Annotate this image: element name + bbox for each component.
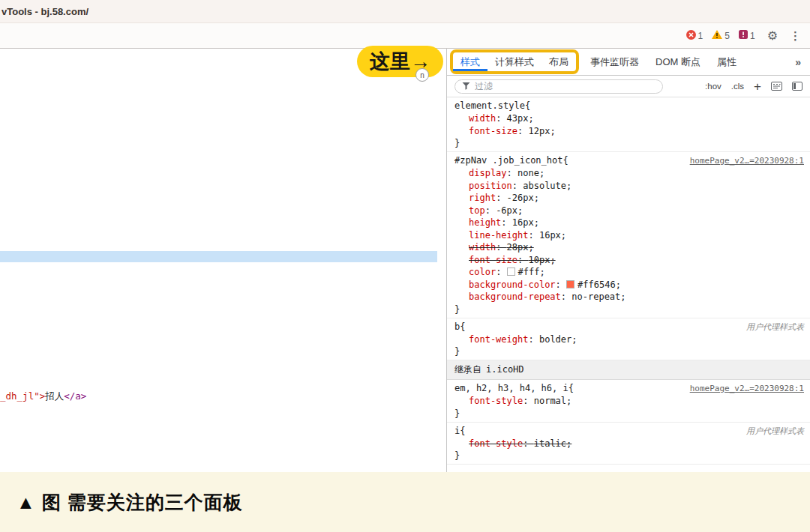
tab-layout[interactable]: 布局	[542, 52, 576, 71]
styles-rules-list: element.style {width: 43px;font-size: 12…	[447, 97, 810, 472]
property-value: 28px	[507, 242, 529, 253]
css-property[interactable]: color: #fff;	[454, 266, 804, 279]
computed-panel-toggle-icon[interactable]	[792, 82, 802, 91]
property-value: 10px	[528, 255, 550, 265]
semicolon: ;	[616, 279, 621, 290]
error-icon	[686, 30, 696, 42]
colon: :	[512, 181, 523, 191]
issues-badge[interactable]: 1	[739, 30, 755, 41]
colon: :	[501, 217, 512, 228]
semicolon: ;	[550, 255, 555, 265]
semicolon: ;	[572, 334, 577, 345]
property-name: font-style	[469, 438, 523, 449]
property-name: background-color	[469, 279, 556, 290]
semicolon: ;	[534, 193, 539, 203]
html-source-fragment: _dh_jl">招人</a>	[0, 390, 86, 403]
css-property[interactable]: background-repeat: no-repeat;	[454, 291, 804, 303]
selection-highlight-band	[0, 251, 437, 262]
css-property[interactable]: font-weight: bolder;	[454, 333, 804, 346]
property-name: font-size	[469, 126, 518, 136]
tab-dom-breakpoints[interactable]: DOM 断点	[647, 49, 709, 75]
property-name: top	[469, 205, 485, 216]
toggle-element-state-button[interactable]: :hov	[705, 82, 722, 91]
colon: :	[523, 438, 533, 449]
css-property[interactable]: font-style: italic;	[454, 438, 804, 450]
css-property[interactable]: font-size: 12px;	[454, 125, 804, 138]
property-value: bolder	[539, 334, 572, 345]
color-swatch[interactable]	[566, 280, 574, 288]
funnel-filter-icon	[462, 79, 470, 93]
tab-computed[interactable]: 计算样式	[488, 52, 542, 71]
rule-selector[interactable]: i	[454, 425, 460, 438]
css-property[interactable]: line-height: 16px;	[454, 229, 804, 242]
colon: :	[485, 205, 496, 216]
css-property[interactable]: width: 28px;	[454, 241, 804, 254]
css-property[interactable]: font-size: 10px;	[454, 254, 804, 267]
warnings-badge[interactable]: 5	[712, 30, 730, 41]
colon: :	[496, 242, 506, 253]
console-badges: 1 5 1	[686, 30, 755, 42]
semicolon: ;	[528, 242, 533, 253]
property-name: background-repeat	[469, 291, 561, 302]
semicolon: ;	[539, 267, 544, 277]
stylesheet-link[interactable]: homePage_v2…=20230928:1	[684, 382, 804, 395]
more-tabs-icon[interactable]: »	[795, 56, 801, 68]
inherited-from-header: 继承自i.icoHD	[447, 360, 810, 380]
property-name: font-weight	[469, 334, 528, 345]
colon: :	[528, 334, 538, 345]
grid-editor-icon[interactable]	[771, 82, 782, 91]
semicolon: ;	[550, 126, 555, 136]
element-classes-button[interactable]: .cls	[731, 82, 744, 91]
property-name: width	[469, 113, 496, 124]
semicolon: ;	[534, 217, 539, 228]
property-value: italic	[534, 438, 566, 449]
settings-gear-icon[interactable]: ⚙	[767, 30, 778, 42]
devtools-main: _dh_jl">招人</a> 样式 计算样式 布局 事件监听器 DOM 断点 属…	[0, 49, 810, 472]
rule-selector[interactable]: b	[454, 321, 460, 333]
more-options-icon[interactable]: ⋮	[790, 30, 801, 41]
colon: :	[556, 279, 566, 290]
errors-badge[interactable]: 1	[686, 30, 704, 42]
rule-header: #zpNav .job_icon_hot {homePage_v2…=20230…	[454, 154, 804, 167]
color-swatch[interactable]	[507, 267, 515, 276]
css-property[interactable]: right: -26px;	[454, 192, 804, 205]
tab-styles[interactable]: 样式	[453, 52, 488, 71]
tab-event-listeners[interactable]: 事件监听器	[582, 49, 647, 75]
issues-count: 1	[750, 31, 755, 41]
semicolon: ;	[528, 113, 533, 124]
css-property[interactable]: display: none;	[454, 167, 804, 180]
css-property[interactable]: font-style: normal;	[454, 395, 804, 408]
property-value: normal	[534, 396, 566, 406]
css-property[interactable]: height: 16px;	[454, 217, 804, 229]
property-name: font-style	[469, 396, 523, 406]
property-value: 12px	[528, 126, 550, 136]
property-value: no-repeat	[572, 291, 620, 302]
rule-selector[interactable]: element.style	[454, 100, 525, 112]
css-property[interactable]: background-color: #ff6546;	[454, 279, 804, 291]
semicolon: ;	[539, 168, 544, 178]
closing-tag-text: </a>	[64, 390, 86, 402]
inherited-selector-link[interactable]: i.icoHD	[486, 364, 524, 375]
filter-input[interactable]: 过滤	[454, 79, 663, 94]
filter-controls: :hov .cls +	[705, 80, 802, 93]
semicolon: ;	[566, 181, 572, 191]
semicolon: ;	[566, 438, 572, 449]
property-name: height	[469, 217, 501, 228]
window-titlebar: vTools - bj.58.com/	[0, 0, 810, 23]
tab-properties[interactable]: 属性	[709, 49, 745, 75]
filter-placeholder: 过滤	[475, 80, 493, 93]
property-name: color	[469, 267, 496, 277]
new-style-rule-button[interactable]: +	[754, 80, 761, 93]
attr-value-text: _dh_jl">	[0, 390, 45, 402]
open-brace: {	[563, 154, 568, 167]
css-property[interactable]: position: absolute;	[454, 180, 804, 193]
property-name: line-height	[469, 230, 528, 241]
css-property[interactable]: top: -6px;	[454, 205, 804, 217]
close-brace: }	[454, 345, 804, 357]
close-brace: }	[454, 450, 804, 462]
rule-selector[interactable]: em, h2, h3, h4, h6, i	[454, 382, 568, 395]
stylesheet-link[interactable]: homePage_v2…=20230928:1	[684, 154, 804, 167]
rule-selector[interactable]: #zpNav .job_icon_hot	[454, 154, 563, 167]
css-property[interactable]: width: 43px;	[454, 112, 804, 125]
stylesheet-origin-label: 用户代理样式表	[740, 321, 804, 333]
